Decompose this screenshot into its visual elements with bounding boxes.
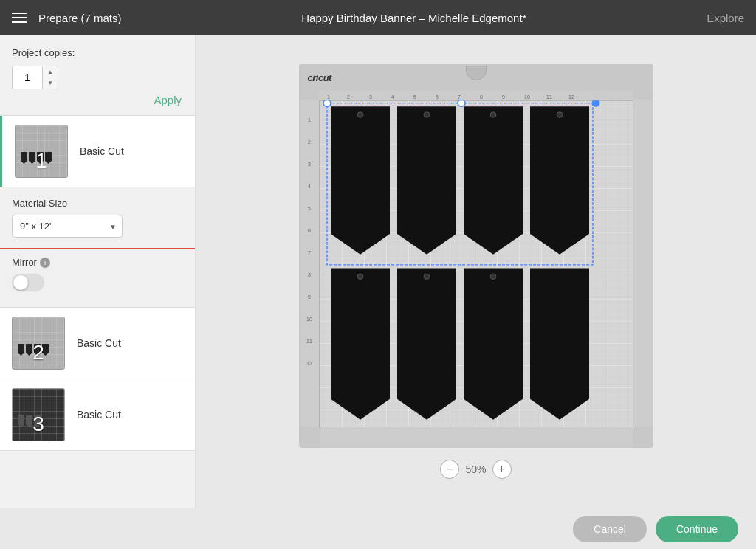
svg-text:7: 7 [308, 250, 311, 255]
svg-text:8: 8 [480, 94, 483, 100]
mirror-label: Mirror i [12, 257, 183, 268]
selection-overlay [320, 100, 633, 427]
svg-text:1: 1 [308, 117, 311, 122]
svg-text:3: 3 [308, 162, 311, 167]
svg-text:5: 5 [413, 94, 416, 100]
explore-button[interactable]: Explore [707, 12, 744, 24]
canvas-area: cricut 1 2 3 4 5 6 7 8 [196, 35, 756, 508]
toggle-knob [13, 275, 28, 290]
zoom-level: 50% [465, 463, 486, 475]
ruler-top: 1 2 3 4 5 6 7 8 9 10 11 12 [320, 91, 633, 100]
copies-input[interactable] [13, 66, 42, 89]
mat-item-1[interactable]: 1 Basic Cut [0, 116, 195, 187]
svg-marker-1 [29, 152, 35, 164]
copies-input-wrapper: ▲ ▼ [12, 66, 58, 89]
left-panel: Project copies: ▲ ▼ Apply [0, 35, 196, 508]
svg-marker-0 [21, 152, 27, 164]
cancel-button[interactable]: Cancel [573, 516, 647, 542]
copies-spinners: ▲ ▼ [42, 66, 58, 89]
material-select-wrapper: 9" x 12" 12" x 12" 12" x 24" ▼ [12, 215, 123, 238]
project-title: Happy Birthday Banner – Michelle Edgemon… [122, 12, 707, 24]
active-indicator [0, 116, 2, 187]
mat-label-3: Basic Cut [77, 409, 121, 421]
app-header: Prepare (7 mats) Happy Birthday Banner –… [0, 0, 756, 35]
svg-text:7: 7 [458, 94, 461, 100]
mat-thumbnail-3: 3 [12, 388, 65, 441]
mat-label-2: Basic Cut [77, 337, 121, 349]
main-content: Project copies: ▲ ▼ Apply [0, 35, 756, 508]
mat-thumbnail-1: 1 [15, 125, 68, 178]
mat-item-3[interactable]: 3 Basic Cut [0, 379, 195, 451]
prepare-title: Prepare (7 mats) [38, 12, 122, 24]
zoom-controls: − 50% + [440, 460, 511, 479]
mirror-info-icon[interactable]: i [40, 258, 50, 268]
ruler-left-svg: 1 2 3 4 5 6 7 8 9 10 11 12 [299, 100, 320, 427]
svg-text:6: 6 [436, 94, 439, 100]
svg-text:11: 11 [546, 94, 552, 100]
material-section: Material Size 9" x 12" 12" x 12" 12" x 2… [0, 187, 195, 249]
svg-text:6: 6 [308, 228, 311, 233]
svg-text:3: 3 [369, 94, 372, 100]
svg-point-52 [357, 112, 363, 117]
ruler-right-svg [633, 100, 653, 427]
svg-text:9: 9 [308, 294, 311, 300]
mat-grid-area [320, 100, 633, 427]
copies-control: ▲ ▼ [12, 66, 183, 89]
svg-text:10: 10 [524, 94, 530, 100]
material-size-label: Material Size [12, 198, 183, 209]
svg-marker-4 [18, 344, 24, 356]
mat-number-3: 3 [32, 412, 44, 436]
zoom-out-button[interactable]: − [440, 460, 459, 479]
svg-text:2: 2 [308, 139, 311, 145]
mat-label-1: Basic Cut [80, 145, 124, 157]
svg-text:10: 10 [306, 317, 312, 322]
cutting-mat: cricut 1 2 3 4 5 6 7 8 [299, 64, 653, 448]
mirror-text: Mirror [12, 257, 37, 268]
copies-increment[interactable]: ▲ [43, 66, 58, 77]
zoom-in-button[interactable]: + [492, 460, 512, 479]
mirror-section: Mirror i [0, 249, 195, 302]
cricut-logo: cricut [308, 72, 331, 83]
mat-number-2: 2 [32, 341, 44, 365]
ruler-bottom [320, 427, 633, 448]
continue-button[interactable]: Continue [656, 516, 738, 542]
svg-text:4: 4 [308, 184, 311, 189]
mat-top-bar: cricut [299, 64, 653, 91]
copies-label: Project copies: [12, 47, 183, 58]
mat-thumbnail-2: 2 [12, 317, 65, 370]
svg-text:1: 1 [327, 94, 330, 100]
svg-point-55 [557, 112, 563, 117]
material-size-select[interactable]: 9" x 12" 12" x 12" 12" x 24" [12, 215, 123, 238]
svg-text:2: 2 [347, 94, 350, 100]
svg-text:11: 11 [306, 339, 312, 344]
svg-text:5: 5 [308, 206, 311, 211]
separator [0, 302, 195, 308]
mat-number-1: 1 [35, 149, 47, 173]
hang-hole [466, 66, 487, 80]
svg-text:12: 12 [306, 361, 312, 366]
svg-text:9: 9 [502, 94, 505, 100]
mirror-toggle[interactable] [12, 274, 44, 291]
svg-marker-8 [18, 415, 24, 427]
copies-decrement[interactable]: ▼ [43, 77, 58, 89]
svg-text:4: 4 [391, 94, 394, 100]
svg-point-54 [490, 112, 496, 117]
svg-text:12: 12 [568, 94, 574, 100]
copies-section: Project copies: ▲ ▼ Apply [0, 35, 195, 116]
mat-canvas-wrapper: cricut 1 2 3 4 5 6 7 8 [299, 64, 653, 448]
svg-point-57 [424, 274, 430, 279]
svg-marker-5 [26, 344, 32, 356]
ruler-left: 1 2 3 4 5 6 7 8 9 10 11 12 [299, 100, 320, 427]
svg-point-58 [490, 274, 496, 279]
footer: Cancel Continue [0, 508, 756, 549]
ruler-right [633, 100, 653, 427]
svg-text:8: 8 [308, 272, 311, 277]
svg-point-56 [357, 274, 363, 279]
svg-marker-9 [26, 415, 32, 427]
ruler-top-svg: 1 2 3 4 5 6 7 8 9 10 11 12 [320, 92, 633, 101]
menu-icon[interactable] [12, 13, 27, 23]
apply-button[interactable]: Apply [154, 94, 183, 106]
svg-point-53 [424, 112, 430, 117]
svg-rect-48 [327, 103, 593, 265]
mat-item-2[interactable]: 2 Basic Cut [0, 308, 195, 379]
